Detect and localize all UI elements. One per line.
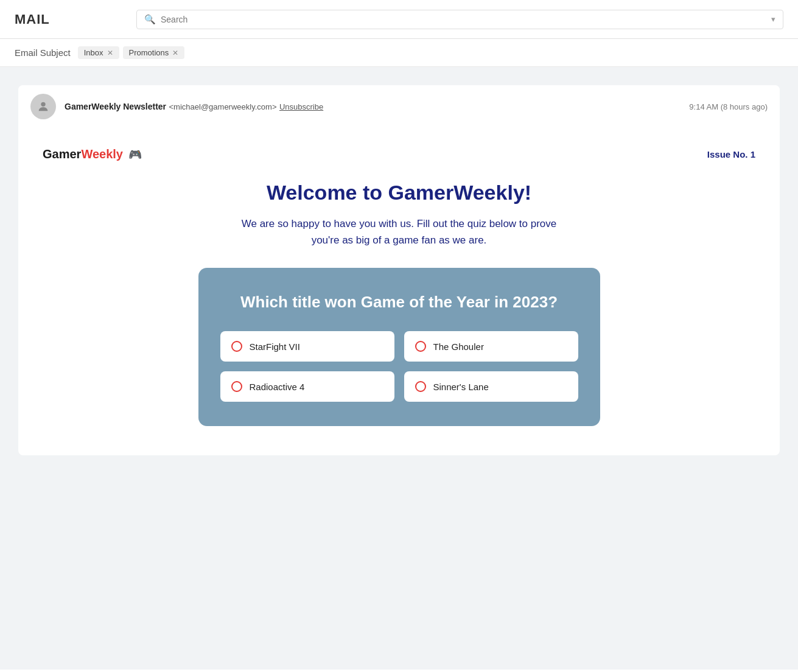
tab-inbox-close-icon[interactable]: ✕: [107, 49, 113, 57]
issue-label: Issue No. 1: [707, 149, 755, 159]
newsletter-body: GamerWeekly 🎮 Issue No. 1 Welcome to Gam…: [18, 128, 780, 455]
radio-circle-c: [231, 381, 242, 392]
radio-circle-d: [415, 381, 426, 392]
quiz-options: StarFight VII The Ghouler Radioactive 4 …: [220, 331, 578, 402]
welcome-section: Welcome to GamerWeekly! We are so happy …: [43, 181, 755, 248]
quiz-option-d-label: Sinner's Lane: [433, 382, 489, 392]
quiz-card: Which title won Game of the Year in 2023…: [198, 268, 600, 426]
sender-details: GamerWeekly Newsletter <michael@gamerwee…: [65, 101, 323, 112]
avatar: [30, 94, 56, 119]
radio-circle-a: [231, 341, 242, 352]
quiz-option-c[interactable]: Radioactive 4: [220, 371, 394, 402]
sender-name: GamerWeekly Newsletter: [65, 102, 166, 111]
quiz-option-d[interactable]: Sinner's Lane: [404, 371, 578, 402]
welcome-body: We are so happy to have you with us. Fil…: [241, 215, 558, 248]
email-subject-label: Email Subject: [15, 47, 71, 58]
email-timestamp: 9:14 AM (8 hours ago): [689, 102, 768, 111]
tab-promotions[interactable]: Promotions ✕: [123, 46, 185, 59]
email-content-area: GamerWeekly Newsletter <michael@gamerwee…: [0, 67, 798, 670]
controller-icon: 🎮: [125, 149, 142, 161]
unsubscribe-link[interactable]: Unsubscribe: [279, 102, 323, 111]
svg-point-0: [41, 102, 45, 107]
search-bar: 🔍 ▾: [136, 10, 783, 29]
welcome-title: Welcome to GamerWeekly!: [43, 181, 755, 205]
quiz-option-c-label: Radioactive 4: [250, 382, 305, 392]
sender-email: <michael@gamerweekly.com>: [169, 102, 277, 111]
tab-inbox[interactable]: Inbox ✕: [78, 46, 119, 59]
sender-row: GamerWeekly Newsletter <michael@gamerwee…: [18, 85, 780, 128]
tab-promotions-close-icon[interactable]: ✕: [172, 49, 178, 57]
brand-name-red: Weekly: [81, 147, 123, 161]
newsletter-header: GamerWeekly 🎮 Issue No. 1: [43, 147, 755, 161]
quiz-option-a[interactable]: StarFight VII: [220, 331, 394, 362]
search-icon: 🔍: [144, 14, 156, 25]
radio-circle-b: [415, 341, 426, 352]
search-input[interactable]: [161, 15, 766, 24]
email-subject-bar: Email Subject Inbox ✕ Promotions ✕: [0, 39, 798, 67]
user-avatar-icon: [37, 100, 50, 113]
quiz-option-b-label: The Ghouler: [433, 341, 484, 352]
quiz-option-b[interactable]: The Ghouler: [404, 331, 578, 362]
email-body-card: GamerWeekly Newsletter <michael@gamerwee…: [18, 85, 780, 455]
app-header: MAIL 🔍 ▾: [0, 0, 798, 39]
sender-info: GamerWeekly Newsletter <michael@gamerwee…: [30, 94, 323, 119]
brand-logo: GamerWeekly 🎮: [43, 147, 142, 161]
brand-name-black: Gamer: [43, 147, 81, 161]
tab-inbox-label: Inbox: [84, 48, 103, 57]
search-dropdown-arrow-icon[interactable]: ▾: [771, 15, 775, 24]
quiz-question: Which title won Game of the Year in 2023…: [220, 292, 578, 313]
app-logo: MAIL: [15, 12, 136, 27]
quiz-option-a-label: StarFight VII: [250, 341, 300, 352]
tab-promotions-label: Promotions: [129, 48, 169, 57]
